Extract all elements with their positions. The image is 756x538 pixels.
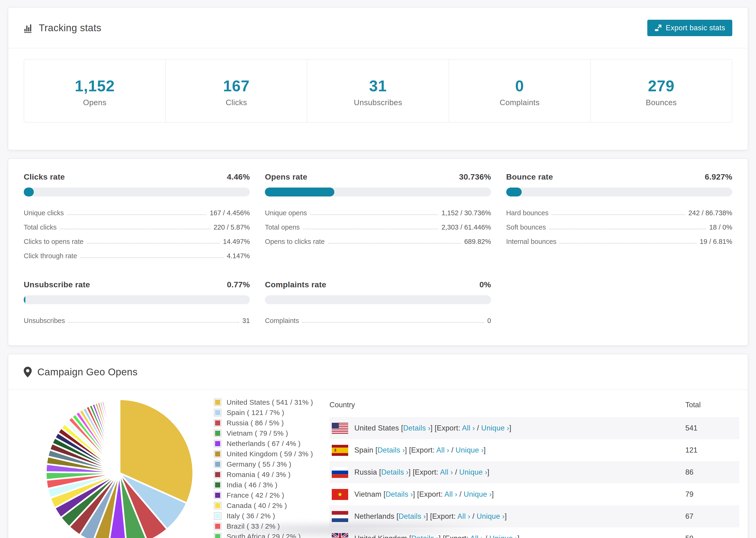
pie-slice-other[interactable] xyxy=(119,399,120,473)
rate-panel-unsubscribe-rate: Unsubscribe rate0.77%Unsubscribes31 xyxy=(24,280,250,328)
dotted-leader xyxy=(80,257,224,258)
table-row-gb: United Kingdom [Details ›] [Export: All … xyxy=(329,527,739,538)
country-cell: Vietnam [Details ›] [Export: All › / Uni… xyxy=(354,483,685,506)
stat-box-bounces: 279Bounces xyxy=(591,60,732,122)
rate-value: 0% xyxy=(479,280,491,289)
export-unique-link[interactable]: Unique › xyxy=(489,534,517,538)
ru-flag-icon xyxy=(329,461,354,483)
detail-row: Soft bounces18 / 0% xyxy=(506,220,732,235)
export-unique-link[interactable]: Unique › xyxy=(481,424,509,432)
dotted-leader xyxy=(310,214,438,215)
legend-item: Spain ( 121 / 7% ) xyxy=(214,409,313,417)
export-all-link[interactable]: All › xyxy=(470,534,483,538)
legend-swatch xyxy=(214,440,221,447)
country-cell: Russia [Details ›] [Export: All › / Uniq… xyxy=(354,461,685,483)
detail-row: Unsubscribes31 xyxy=(24,314,250,328)
detail-row: Hard bounces242 / 86.738% xyxy=(506,206,732,220)
rate-panel-bounce-rate: Bounce rate6.927%Hard bounces242 / 86.73… xyxy=(506,172,732,263)
detail-value: 18 / 0% xyxy=(709,224,732,231)
export-unique-link[interactable]: Unique › xyxy=(477,512,505,520)
export-unique-link[interactable]: Unique › xyxy=(464,490,492,498)
table-row-us: United States [Details ›] [Export: All ›… xyxy=(329,417,739,439)
export-all-link[interactable]: All › xyxy=(440,468,453,476)
legend-label: Vietnam ( 79 / 5% ) xyxy=(227,429,288,437)
dotted-leader xyxy=(560,243,696,243)
rate-panel-clicks-rate: Clicks rate4.46%Unique clicks167 / 4.456… xyxy=(24,172,250,263)
export-basic-stats-button[interactable]: Export basic stats xyxy=(647,20,732,36)
details-link[interactable]: Details › xyxy=(411,534,439,538)
export-all-link[interactable]: All › xyxy=(445,490,458,498)
rates-grid: Clicks rate4.46%Unique clicks167 / 4.456… xyxy=(24,172,732,328)
export-all-link[interactable]: All › xyxy=(458,512,470,520)
detail-row: Unique clicks167 / 4.456% xyxy=(24,206,250,220)
detail-value: 4.147% xyxy=(227,252,250,260)
gb-flag-icon xyxy=(329,527,354,538)
export-all-link[interactable]: All › xyxy=(436,446,449,454)
rate-value: 0.77% xyxy=(227,280,250,289)
table-row-nl: Netherlands [Details ›] [Export: All › /… xyxy=(329,506,739,527)
country-cell: Spain [Details ›] [Export: All › / Uniqu… xyxy=(354,439,685,461)
detail-row: Total opens2,303 / 61.446% xyxy=(265,220,491,235)
tracking-stats-card: Tracking stats Export basic stats 1,152O… xyxy=(8,7,748,150)
country-name: United Kingdom xyxy=(354,534,407,538)
dotted-leader xyxy=(328,243,461,243)
country-column-header: Country xyxy=(329,394,685,417)
legend-swatch-color xyxy=(215,534,220,538)
rates-card: Clicks rate4.46%Unique clicks167 / 4.456… xyxy=(8,158,748,346)
stat-value: 0 xyxy=(449,77,590,95)
details-link[interactable]: Details › xyxy=(378,446,405,454)
geo-title-label: Campaign Geo Opens xyxy=(37,366,137,378)
dotted-leader xyxy=(68,322,239,323)
geo-title: Campaign Geo Opens xyxy=(24,366,137,378)
export-label: Export: xyxy=(445,534,470,538)
legend-item: Canada ( 40 / 2% ) xyxy=(214,502,313,510)
map-pin-icon xyxy=(24,367,32,377)
us-flag-icon xyxy=(329,417,354,439)
detail-value: 0 xyxy=(487,317,491,325)
stat-label: Opens xyxy=(24,98,165,107)
detail-value: 242 / 86.738% xyxy=(688,209,732,217)
export-unique-link[interactable]: Unique › xyxy=(459,468,487,476)
country-cell: Netherlands [Details ›] [Export: All › /… xyxy=(354,506,685,527)
progress-bar-bounce-rate xyxy=(506,188,732,196)
legend-label: Russia ( 86 / 5% ) xyxy=(227,419,284,427)
export-label: Export: xyxy=(432,512,458,520)
rate-value: 6.927% xyxy=(705,172,732,182)
details-link[interactable]: Details › xyxy=(381,468,408,476)
detail-label: Unique opens xyxy=(265,209,307,217)
legend-swatch-color xyxy=(215,462,220,467)
country-name: United States xyxy=(354,424,399,432)
legend-label: Brazil ( 33 / 2% ) xyxy=(227,522,280,530)
rate-title: Bounce rate xyxy=(506,172,553,182)
progress-bar-unsubscribe-rate xyxy=(24,295,250,304)
legend-swatch-color xyxy=(215,441,220,446)
details-link[interactable]: Details › xyxy=(403,424,430,432)
legend-swatch-color xyxy=(215,472,220,477)
campaign-geo-opens-card: Campaign Geo Opens United States ( 541 /… xyxy=(8,354,748,538)
export-all-link[interactable]: All › xyxy=(462,424,475,432)
detail-label: Soft bounces xyxy=(506,224,546,231)
detail-value: 220 / 5.87% xyxy=(214,224,250,231)
legend-item: France ( 42 / 2% ) xyxy=(214,491,313,499)
rate-header: Complaints rate0% xyxy=(265,280,491,289)
stat-label: Unsubscribes xyxy=(307,98,449,107)
dotted-leader xyxy=(549,229,706,229)
export-unique-link[interactable]: Unique › xyxy=(456,446,484,454)
legend-swatch-color xyxy=(215,482,220,488)
rate-value: 4.46% xyxy=(227,172,250,182)
total-column-header: Total xyxy=(685,394,739,417)
export-button-label: Export basic stats xyxy=(666,24,725,32)
geo-header: Campaign Geo Opens xyxy=(8,354,748,390)
stat-value: 279 xyxy=(591,77,732,95)
stat-box-unsubscribes: 31Unsubscribes xyxy=(307,60,449,122)
detail-value: 167 / 4.456% xyxy=(210,209,250,217)
geo-pie-chart xyxy=(43,397,195,538)
stat-box-clicks: 167Clicks xyxy=(166,60,307,122)
stat-value: 31 xyxy=(307,77,449,95)
legend-item: India ( 46 / 3% ) xyxy=(214,481,313,489)
dotted-leader xyxy=(303,229,438,229)
details-link[interactable]: Details › xyxy=(399,512,426,520)
legend-swatch xyxy=(214,399,221,406)
details-link[interactable]: Details › xyxy=(386,490,413,498)
detail-value: 689.82% xyxy=(464,238,491,245)
